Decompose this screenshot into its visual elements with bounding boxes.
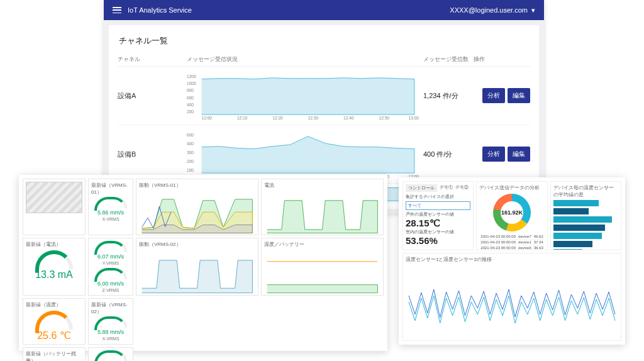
dual-line-card: 温度センサー1と温度センサー2の推移: [402, 253, 621, 341]
donut-chart: 161.92K: [493, 194, 531, 231]
table-row: 設備A 12001000800 600400200 12:0012:1012:2…: [118, 67, 530, 125]
table-row: 2021-04-23 00:00:00device636.63: [479, 245, 544, 251]
table-row: 2021-04-23 00:00:00device137.34: [479, 240, 544, 245]
table-header: チャネル メッセージ受信状況 メッセージ受信数 操作: [118, 53, 530, 67]
vrms02-card: 最新値（VRMS-02） 5.88 mm/sX-VRMS: [88, 298, 133, 345]
svg-text:1000: 1000: [187, 81, 196, 86]
svg-text:600: 600: [187, 133, 194, 137]
current-value-card: 最新値（電流） 13.3 mA: [23, 238, 86, 296]
temp-battery-chart: 温度／バッテリー: [261, 238, 384, 296]
svg-text:12:20: 12:20: [272, 116, 283, 120]
donut-card: デバイス送信データの分析 161.92K 2021-04-23 00:00:00…: [476, 181, 547, 250]
device-dashboard-right: コントロール デモ① デモ② 集計するデバイスの選択 すべて 戸外の温度センサー…: [399, 177, 625, 345]
svg-text:300: 300: [187, 150, 194, 155]
battery-value-card: 最新値（バッテリー残量） 3905 mV: [23, 347, 86, 361]
device-image: [26, 182, 82, 213]
msg-chart: 600400300200100 12:0012:1012:2012:3012:4…: [187, 129, 423, 179]
temp-out-value: 28.15℃: [406, 218, 470, 229]
user-email: XXXX@logined.user.com: [450, 6, 528, 14]
analyze-button[interactable]: 分析: [482, 88, 505, 103]
current-chart: 電流: [261, 179, 384, 235]
menu-icon[interactable]: [113, 7, 121, 13]
tab-demo1[interactable]: デモ①: [440, 184, 453, 192]
temp-value-card: 最新値（温度） 25.6 ℃: [23, 298, 86, 345]
svg-text:800: 800: [187, 88, 194, 92]
y-ticks: 12001000800 600400200: [187, 74, 196, 114]
vibration01-chart: 振動（VRMS-01）: [136, 179, 258, 235]
svg-text:12:40: 12:40: [343, 116, 354, 120]
vrms01-y-card: 6.07 mm/sY-VRMS 6.00 mm/sZ-VRMS: [88, 238, 133, 296]
svg-text:12:10: 12:10: [237, 116, 248, 120]
temp-out-label: 戸外の温度センサーの値: [406, 211, 470, 218]
selector-label: 集計するデバイスの選択: [406, 194, 470, 200]
detail-table: 2021-04-23 00:00:00device749.622021-04-2…: [479, 234, 544, 250]
edit-button[interactable]: 編集: [508, 147, 530, 162]
svg-text:12:30: 12:30: [308, 116, 319, 120]
app-title: IoT Analytics Service: [128, 6, 192, 14]
device-selector[interactable]: すべて: [406, 201, 470, 210]
analyze-button[interactable]: 分析: [482, 147, 505, 162]
temp-summary-card: コントロール デモ① デモ② 集計するデバイスの選択 すべて 戸外の温度センサー…: [402, 181, 474, 250]
chevron-down-icon: ▾: [531, 6, 535, 14]
vrms01-card: 最新値（VRMS-01） 5.86 mm/sX-VRMS: [88, 179, 133, 235]
tab-control[interactable]: コントロール: [406, 184, 437, 192]
vrms02-yz-card: 6.06 mm/sY-VRMS 5.79 mm/sZ-VRMS: [88, 347, 133, 361]
svg-text:200: 200: [187, 109, 194, 114]
col-ops: 操作: [474, 55, 530, 64]
channel-name: 設備A: [118, 91, 187, 101]
donut-center-value: 161.92K: [501, 201, 523, 224]
device-photo-card: [23, 179, 86, 235]
col-channel: チャネル: [118, 55, 187, 64]
msg-chart: 12001000800 600400200 12:0012:1012:20 12…: [187, 70, 423, 121]
svg-text:600: 600: [187, 96, 194, 100]
msg-rate: 1,234 件/分: [423, 91, 474, 101]
vibration02-chart: 振動（VRMS-02）: [136, 238, 258, 296]
temp-in-label: 室内の温度センサーの値: [406, 229, 470, 235]
user-menu[interactable]: XXXX@logined.user.com ▾: [450, 6, 535, 14]
msg-rate: 400 件/分: [423, 150, 474, 159]
svg-text:400: 400: [187, 103, 194, 107]
svg-text:200: 200: [187, 159, 194, 164]
x-ticks: 12:0012:1012:20 12:3012:4012:5013:00: [202, 116, 419, 120]
temp-in-value: 53.56%: [406, 235, 470, 246]
app-header: IoT Analytics Service XXXX@logined.user.…: [104, 0, 544, 20]
svg-text:100: 100: [187, 168, 194, 172]
col-msg-count: メッセージ受信数: [423, 55, 474, 64]
svg-text:400: 400: [187, 142, 194, 146]
hbar-card: デバイス毎の温度センサーの平均値の差: [550, 181, 621, 250]
col-msg-status: メッセージ受信状況: [187, 55, 423, 64]
device-dashboard-left: 最新値（VRMS-01） 5.86 mm/sX-VRMS 振動（VRMS-01）…: [19, 175, 387, 351]
edit-button[interactable]: 編集: [508, 88, 530, 103]
svg-text:12:00: 12:00: [202, 116, 213, 120]
page-title: チャネル一覧: [118, 31, 530, 53]
svg-text:12:50: 12:50: [379, 116, 390, 120]
svg-text:1200: 1200: [187, 74, 196, 79]
channel-name: 設備B: [118, 150, 187, 159]
table-row: 2021-04-23 00:00:00device749.62: [479, 234, 544, 240]
tab-demo2[interactable]: デモ②: [455, 184, 469, 192]
svg-text:13:00: 13:00: [409, 116, 419, 120]
